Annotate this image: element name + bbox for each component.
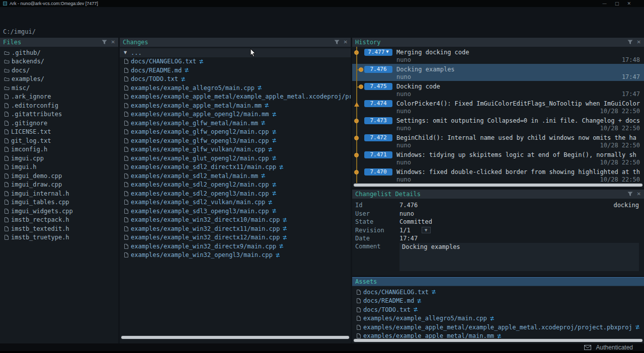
changed-file-row[interactable]: examples/example_glfw_metal/main.mm bbox=[120, 119, 351, 128]
file-tree-item[interactable]: imconfig.h bbox=[0, 145, 118, 154]
close-panel-icon[interactable]: ✕ bbox=[637, 192, 641, 197]
close-button[interactable]: ✕ bbox=[627, 1, 631, 6]
filter-icon[interactable] bbox=[102, 40, 107, 45]
changeset-badge[interactable]: 7.476 bbox=[364, 66, 392, 73]
file-tree-item[interactable]: examples/ bbox=[0, 75, 118, 84]
minimize-button[interactable]: — bbox=[602, 1, 607, 6]
changed-file-row[interactable]: docs/CHANGELOG.txt bbox=[120, 57, 351, 66]
changed-file-row[interactable]: examples/example_sdl2_opengl3/main.cpp bbox=[120, 189, 351, 198]
changed-file-row[interactable]: examples/example_win32_opengl3/main.cpp bbox=[120, 251, 351, 260]
changeset-row[interactable]: 7.475 Docking code nuno 17:47 bbox=[352, 81, 644, 98]
scrollbar-handle[interactable] bbox=[354, 339, 642, 342]
changed-file-row[interactable]: examples/example_apple_metal/example_app… bbox=[120, 93, 351, 102]
badge-caret-icon[interactable]: ▼ bbox=[386, 50, 388, 54]
close-panel-icon[interactable]: ✕ bbox=[637, 40, 641, 45]
changed-file-row[interactable]: examples/example_sdl2_opengl2/main.cpp bbox=[120, 181, 351, 190]
comment-box[interactable]: Docking examples bbox=[399, 243, 639, 271]
close-panel-icon[interactable]: ✕ bbox=[111, 40, 115, 45]
maximize-button[interactable]: □ bbox=[615, 1, 619, 6]
file-tree-item[interactable]: imgui_widgets.cpp bbox=[0, 207, 118, 216]
file-tree-item[interactable]: docs/ bbox=[0, 66, 118, 75]
filter-icon[interactable] bbox=[627, 40, 633, 45]
changeset-row[interactable]: 7.473 Settings: omit outputing Collapsed… bbox=[352, 115, 644, 132]
changed-file-row[interactable]: examples/example_glfw_opengl2/main.cpp bbox=[120, 128, 351, 137]
changed-file-row[interactable]: examples/example_apple_metal/main.mm bbox=[120, 101, 351, 110]
changed-file-row[interactable]: examples/example_sdl2_directx11/main.cpp bbox=[120, 163, 351, 172]
file-tree-item[interactable]: imgui_demo.cpp bbox=[0, 171, 118, 181]
file-icon bbox=[4, 129, 9, 135]
asset-row[interactable]: docs/TODO.txt bbox=[352, 305, 644, 314]
auth-status-text: Authenticated bbox=[596, 344, 633, 351]
changed-file-row[interactable]: docs/README.md bbox=[120, 66, 351, 75]
modified-status-icon bbox=[634, 324, 640, 330]
file-tree-item[interactable]: imgui.h bbox=[0, 163, 118, 172]
changed-file-row[interactable]: examples/example_glfw_vulkan/main.cpp bbox=[120, 145, 351, 154]
assets-horizontal-scrollbar[interactable] bbox=[353, 338, 643, 342]
asset-row[interactable]: docs/README.md bbox=[352, 297, 644, 306]
changeset-badge[interactable]: 7.474 bbox=[364, 100, 392, 107]
file-tree-item[interactable]: .github/ bbox=[0, 48, 118, 57]
detail-label: Comment bbox=[355, 243, 399, 250]
expander-icon[interactable]: ▼ bbox=[124, 50, 129, 55]
asset-row[interactable]: docs/CHANGELOG.txt bbox=[352, 288, 644, 297]
asset-row[interactable]: examples/example_apple_metal/example_app… bbox=[352, 323, 644, 332]
changed-file-row[interactable]: examples/example_glfw_opengl3/main.cpp bbox=[120, 136, 351, 145]
history-horizontal-scrollbar[interactable] bbox=[353, 183, 643, 187]
file-tree-item[interactable]: imgui_tables.cpp bbox=[0, 198, 118, 207]
file-tree-item[interactable]: backends/ bbox=[0, 57, 118, 66]
changes-horizontal-scrollbar[interactable] bbox=[121, 335, 350, 339]
close-panel-icon[interactable]: ✕ bbox=[344, 40, 348, 45]
changeset-row[interactable]: 7.477 ▼ Merging docking code nuno 17:48 bbox=[352, 47, 644, 64]
changeset-row[interactable]: 7.470 Windows: fixed double-clicked bord… bbox=[352, 166, 644, 184]
file-tree-item[interactable]: misc/ bbox=[0, 83, 118, 93]
revision-dropdown[interactable]: ▼ bbox=[422, 227, 431, 233]
file-tree-item[interactable]: .gitattributes bbox=[0, 110, 118, 119]
filter-icon[interactable] bbox=[334, 40, 340, 45]
file-tree-label: .gitattributes bbox=[11, 111, 62, 118]
asset-row[interactable]: examples/example_allegro5/main.cpp bbox=[352, 314, 644, 323]
changed-file-row[interactable]: docs/TODO.txt bbox=[120, 75, 351, 84]
scrollbar-handle[interactable] bbox=[354, 184, 642, 187]
changed-file-row[interactable]: examples/example_sdl2_vulkan/main.cpp bbox=[120, 198, 351, 207]
changed-file-row[interactable]: examples/example_win32_directx11/main.cp… bbox=[120, 224, 351, 233]
changed-file-row[interactable]: examples/example_win32_directx9/main.cpp bbox=[120, 242, 351, 251]
changed-file-row[interactable]: examples/example_win32_directx12/main.cp… bbox=[120, 233, 351, 242]
changeset-badge[interactable]: 7.472 bbox=[364, 134, 392, 141]
file-tree-item[interactable]: imgui_draw.cpp bbox=[0, 181, 118, 190]
changed-file-row[interactable]: examples/example_win32_directx10/main.cp… bbox=[120, 216, 351, 225]
changed-file-path: examples/example_win32_directx9/main.cpp bbox=[131, 243, 276, 250]
changeset-row[interactable]: 7.474 ColorPicker4(): Fixed ImGuiColorEd… bbox=[352, 98, 644, 115]
changeset-badge[interactable]: 7.475 bbox=[364, 83, 392, 90]
changeset-badge[interactable]: 7.471 bbox=[364, 151, 392, 158]
mail-icon bbox=[584, 345, 591, 350]
file-tree-item[interactable]: imgui.cpp bbox=[0, 154, 118, 163]
file-tree-label: imgui_draw.cpp bbox=[11, 181, 62, 188]
file-tree-item[interactable]: LICENSE.txt bbox=[0, 128, 118, 137]
changed-file-row[interactable]: examples/example_apple_opengl2/main.mm bbox=[120, 110, 351, 119]
changeset-badge[interactable]: 7.470 bbox=[364, 168, 392, 175]
assets-panel-header[interactable]: Assets bbox=[352, 277, 644, 286]
changed-file-row[interactable]: examples/example_allegro5/main.cpp bbox=[120, 83, 351, 93]
changeset-badge[interactable]: 7.477 ▼ bbox=[364, 49, 392, 56]
changeset-row[interactable]: 7.471 Windows: tidying up skipitems logi… bbox=[352, 149, 644, 166]
changeset-row[interactable]: 7.472 BeginChild(): Internal name used b… bbox=[352, 132, 644, 149]
file-tree-item[interactable]: .ark_ignore bbox=[0, 93, 118, 102]
changed-file-row[interactable]: examples/example_glut_opengl2/main.cpp bbox=[120, 154, 351, 163]
changed-file-row[interactable]: examples/example_sdl3_opengl3/main.cpp bbox=[120, 207, 351, 216]
changes-root-row[interactable]: ▼ ... bbox=[120, 48, 351, 57]
file-tree-item[interactable]: imstb_rectpack.h bbox=[0, 216, 118, 225]
file-tree-item[interactable]: .editorconfig bbox=[0, 101, 118, 110]
changeset-badge[interactable]: 7.473 bbox=[364, 117, 392, 124]
file-tree-item[interactable]: imstb_truetype.h bbox=[0, 233, 118, 242]
changeset-row[interactable]: 7.476 Docking examples nuno 17:47 bbox=[352, 64, 644, 81]
file-tree-item[interactable]: imstb_textedit.h bbox=[0, 224, 118, 233]
changed-file-row[interactable]: examples/example_sdl2_metal/main.mm bbox=[120, 171, 351, 181]
changed-file-path: examples/example_apple_opengl2/main.mm bbox=[131, 111, 269, 118]
filter-icon[interactable] bbox=[627, 192, 633, 197]
scrollbar-handle[interactable] bbox=[121, 336, 349, 339]
file-tree-item[interactable]: .gitignore bbox=[0, 119, 118, 128]
file-tree-item[interactable]: git_log.txt bbox=[0, 136, 118, 145]
file-tree-item[interactable]: imgui_internal.h bbox=[0, 189, 118, 198]
changed-file-path: docs/README.md bbox=[131, 67, 182, 74]
modified-status-icon bbox=[267, 147, 273, 152]
